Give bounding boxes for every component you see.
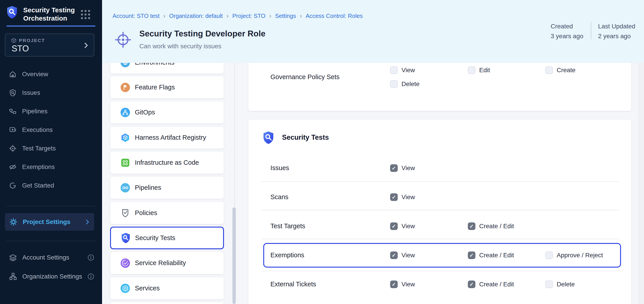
policies-shield-icon [120,208,130,218]
resource-card-gitops[interactable]: GitOps [110,101,224,124]
pipelines-chain-icon [120,183,130,192]
resource-card-label: GitOps [135,109,155,116]
checkbox-view[interactable] [390,251,398,259]
permission-row-label: External Tickets [270,280,316,288]
created-value: 3 years ago [551,31,583,41]
module-grid-icon[interactable] [80,10,91,20]
resource-card-label: Harness Artifact Registry [135,134,206,141]
account-settings-label: Account Settings [22,254,69,261]
service-reliability-icon [120,258,130,268]
permission-row-label: Issues [270,164,289,172]
resource-card-partial[interactable] [110,302,224,304]
sidebar-item-account-settings[interactable]: Account Settings [9,251,94,264]
sidebar-item-exemptions[interactable]: Exemptions [0,158,102,176]
resource-card-feature-flags[interactable]: Feature Flags [110,76,224,99]
sidebar-item-test-targets[interactable]: Test Targets [0,139,102,158]
shield-search-icon [9,89,16,97]
resource-card-service-reliability[interactable]: Service Reliability [110,252,224,274]
resource-card-pipelines[interactable]: Pipelines [110,176,224,199]
resource-card-label: Infrastructure as Code [135,159,199,166]
checkbox-view[interactable] [390,280,398,288]
sidebar-item-pipelines[interactable]: Pipelines [0,102,102,121]
page-subtitle: Can work with security issues [139,43,221,50]
resource-card-label: Services [135,284,160,292]
sidebar-item-get-started[interactable]: Get Started [0,176,102,195]
window-scrollbar-track[interactable] [638,63,644,304]
last-updated-label: Last Updated [598,22,635,31]
checkbox-delete[interactable] [390,80,398,88]
permission-cell: View [390,251,415,260]
security-tests-permissions-card: Security Tests Issues View Scans View Te… [248,119,632,304]
info-icon[interactable] [88,254,94,261]
row-divider [261,239,619,239]
sidebar-item-overview[interactable]: Overview [0,65,102,83]
breadcrumb-project[interactable]: Project: STO [232,13,265,20]
feature-flags-icon [120,83,130,92]
sidebar-item-organization-settings[interactable]: Organization Settings [9,270,94,283]
checkbox-label: View [402,252,415,259]
resource-card-label: Pipelines [135,184,161,191]
resource-card-security-tests[interactable]: Security Tests [110,227,224,249]
resource-card-infrastructure-as-code[interactable]: Infrastructure as Code [110,151,224,174]
breadcrumb-separator: › [226,13,228,20]
checkbox-delete[interactable] [545,280,553,288]
role-meta: Created 3 years ago Last Updated 2 years… [551,22,635,41]
resource-list-scrollbar-thumb[interactable] [232,207,236,304]
breadcrumb-account[interactable]: Account: STO test [112,13,160,20]
sidebar-item-executions[interactable]: Executions [0,121,102,139]
infrastructure-as-code-icon [120,158,130,167]
sidebar-item-label: Pipelines [22,108,48,115]
sidebar-divider [7,241,95,241]
sidebar-item-label: Executions [22,126,53,133]
checkbox-edit[interactable] [468,66,476,74]
home-icon [9,70,16,78]
sidebar-item-label: Issues [22,89,40,96]
sidebar-item-issues[interactable]: Issues [0,83,102,102]
checkbox-label: Create / Edit [479,252,514,259]
project-selector[interactable]: PROJECT STO [5,34,94,57]
checkbox-view[interactable] [390,66,398,74]
resource-card-services[interactable]: Services [110,277,224,299]
permission-cell: View [390,280,415,289]
info-icon[interactable] [88,273,94,280]
permission-row-label: Scans [270,193,288,201]
permission-cell: Edit [468,66,490,75]
pipeline-flow-icon [9,108,16,115]
sidebar-item-project-settings[interactable]: Project Settings [5,213,94,231]
checkbox-create-edit[interactable] [468,280,476,288]
checkbox-label: Approve / Reject [557,252,603,259]
resource-card-label: Feature Flags [135,84,175,91]
checkbox-view[interactable] [390,164,398,172]
breadcrumb-organization[interactable]: Organization: default [169,13,223,20]
checkbox-view[interactable] [390,222,398,230]
checkbox-create[interactable] [545,66,553,74]
resource-card-label: Security Tests [135,234,175,242]
chevron-right-icon [84,219,91,225]
breadcrumb-access-control-roles[interactable]: Access Control: Roles [306,13,363,20]
resource-card-harness-artifact-registry[interactable]: Harness Artifact Registry [110,126,224,149]
sidebar-nav: Overview Issues Pipelines Executions Tes… [0,65,102,195]
last-updated-value: 2 years ago [598,31,635,41]
row-divider [261,271,619,271]
checkbox-create-edit[interactable] [468,222,476,230]
checkbox-label: View [402,165,415,172]
role-crosshair-icon [114,31,132,48]
checkbox-view[interactable] [390,193,398,201]
checkbox-approve-reject[interactable] [545,251,553,259]
permission-row-label: Governance Policy Sets [270,73,340,81]
checkbox-create-edit[interactable] [468,251,476,259]
organization-settings-label: Organization Settings [22,273,82,280]
permission-cell: Create [545,66,576,75]
project-label: PROJECT [19,38,45,43]
permission-cell: View [390,222,415,231]
cube-icon [11,38,16,43]
breadcrumb-settings[interactable]: Settings [275,13,296,20]
created-label: Created [551,22,583,31]
resource-card-policies[interactable]: Policies [110,202,224,224]
breadcrumb-separator: › [269,13,271,20]
permission-cell: Delete [390,80,420,89]
target-icon [9,145,16,152]
row-divider [261,181,619,182]
checkbox-label: View [402,281,415,288]
sto-shield-logo-icon [7,6,18,19]
